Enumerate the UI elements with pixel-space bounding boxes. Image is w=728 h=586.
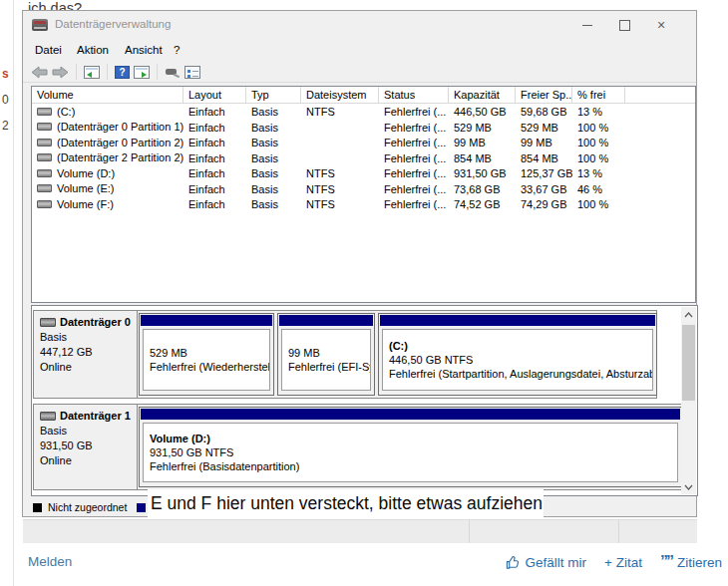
partition-d[interactable]: Volume (D:) 931,50 GB NTFS Fehlerfrei (B…: [139, 407, 682, 487]
table-row[interactable]: Volume (F:) Einfach Basis NTFS Fehlerfre…: [32, 196, 695, 212]
like-label: Gefällt mir: [526, 555, 587, 570]
cell-freier-sp: 74,29 GB: [516, 196, 572, 212]
titlebar[interactable]: Datenträgerverwaltung ×: [23, 11, 696, 41]
add-quote-button[interactable]: + Zitat: [604, 555, 642, 570]
cell-status: Fehlerfrei (...: [379, 150, 449, 166]
col-status[interactable]: Status: [379, 87, 449, 103]
cell-dateisystem: NTFS: [301, 196, 379, 212]
popup-menu-icon[interactable]: [165, 66, 181, 79]
disk-icon: [40, 318, 56, 327]
col-dateisystem[interactable]: Dateisystem: [301, 87, 379, 103]
unallocated-swatch: [33, 503, 42, 512]
table-row[interactable]: Volume (E:) Einfach Basis NTFS Fehlerfre…: [32, 181, 695, 197]
green-arrow-icon: [142, 72, 147, 78]
col-kapazitaet[interactable]: Kapazität: [449, 87, 516, 103]
console-window-icon[interactable]: [134, 66, 150, 79]
cell-status: Fehlerfrei (...: [379, 165, 449, 181]
scroll-down-icon[interactable]: [681, 479, 696, 494]
strip-divider: [618, 520, 619, 543]
cell-layout: Einfach: [183, 181, 246, 197]
cell-layout: Einfach: [183, 120, 246, 136]
menu-ansicht[interactable]: Ansicht: [125, 44, 163, 56]
cell-freier-sp: 33,67 GB: [516, 181, 572, 197]
toolbar-divider: [23, 82, 696, 83]
cell-freier-sp: 529 MB: [516, 120, 572, 136]
primary-partition-swatch: [137, 503, 146, 512]
cell-freier-sp: 59,68 GB: [516, 104, 572, 120]
strip-divider: [469, 520, 470, 543]
disk-0-info[interactable]: Datenträger 0 Basis 447,12 GB Online: [34, 311, 138, 398]
scroll-up-icon[interactable]: [681, 307, 696, 322]
close-button[interactable]: ×: [646, 13, 676, 37]
partition-color-band: [279, 315, 373, 326]
partition-status: Fehlerfrei (Startpartition, Auslagerungs…: [389, 367, 652, 381]
partition-recovery[interactable]: 529 MB Fehlerfrei (Wiederherstellu: [139, 313, 274, 396]
cell-frei-prozent: 100 %: [572, 120, 625, 136]
cell-typ: Basis: [246, 181, 301, 197]
forward-icon[interactable]: [52, 66, 69, 79]
volume-icon: [37, 139, 52, 146]
menu-aktion[interactable]: Aktion: [77, 44, 109, 56]
col-layout[interactable]: Layout: [183, 87, 246, 103]
cell-typ: Basis: [246, 150, 301, 166]
help-icon[interactable]: ?: [115, 66, 130, 79]
col-freier-sp[interactable]: Freier Sp...: [516, 87, 572, 103]
table-header: Volume Layout Typ Dateisystem Status Kap…: [32, 87, 695, 104]
console-tree-icon[interactable]: [84, 66, 100, 79]
graphical-view-pane: Datenträger 0 Basis 447,12 GB Online 529…: [31, 305, 698, 496]
cell-status: Fehlerfrei (...: [379, 104, 449, 120]
partition-size: 446,50 GB NTFS: [389, 353, 652, 367]
table-row[interactable]: (Datenträger 0 Partition 2) Einfach Basi…: [32, 135, 695, 150]
disk-1-info[interactable]: Datenträger 1 Basis 931,50 GB Online: [34, 405, 138, 489]
volume-icon: [37, 123, 52, 131]
annotation-overlay: E und F hier unten versteckt, bitte etwa…: [148, 489, 544, 517]
col-typ[interactable]: Typ: [246, 87, 301, 103]
partition-c[interactable]: (C:) 446,50 GB NTFS Fehlerfrei (Startpar…: [378, 313, 657, 396]
menu-bar: Datei Aktion Ansicht ?: [23, 41, 696, 60]
back-icon[interactable]: [31, 66, 48, 79]
table-row[interactable]: Volume (D:) Einfach Basis NTFS Fehlerfre…: [32, 165, 695, 181]
volume-name: (Datenträger 2 Partition 2): [57, 151, 183, 163]
volume-name: Volume (D:): [57, 167, 115, 179]
maximize-icon: [619, 20, 630, 31]
report-link[interactable]: Melden: [28, 554, 72, 569]
col-volume[interactable]: Volume: [32, 87, 183, 103]
properties-icon[interactable]: [184, 66, 200, 79]
menu-help[interactable]: ?: [174, 44, 180, 56]
table-row[interactable]: (Datenträger 0 Partition 1) Einfach Basi…: [32, 120, 695, 136]
margin-fragment-2: 2: [2, 119, 9, 133]
cell-dateisystem: [301, 135, 379, 150]
minimize-button[interactable]: [572, 13, 602, 37]
legend: Nicht zugeordnet: [33, 501, 146, 513]
cell-layout: Einfach: [183, 165, 246, 181]
partition-name: Volume (D:): [150, 432, 677, 445]
vertical-scrollbar[interactable]: [681, 307, 696, 494]
cell-typ: Basis: [246, 104, 301, 120]
menu-datei[interactable]: Datei: [35, 44, 62, 56]
post-bottom-strip: [23, 519, 697, 543]
col-frei-prozent[interactable]: % frei: [572, 87, 625, 103]
disk-status: Online: [40, 453, 137, 468]
margin-fragment-s: s: [2, 67, 9, 81]
partition-size: 529 MB: [150, 346, 269, 360]
table-row[interactable]: (Datenträger 2 Partition 2) Einfach Basi…: [32, 150, 695, 166]
partition-color-band: [141, 315, 272, 326]
toolbar: ?: [31, 62, 200, 82]
table-row[interactable]: (C:) Einfach Basis NTFS Fehlerfrei (... …: [32, 104, 695, 120]
scrollbar-thumb[interactable]: [682, 325, 695, 401]
thumbs-up-icon: [506, 555, 521, 570]
quote-button[interactable]: ”” Zitieren: [660, 554, 722, 570]
volume-name: Volume (E:): [57, 182, 114, 194]
volume-icon: [37, 169, 52, 177]
cell-status: Fehlerfrei (...: [379, 135, 449, 150]
partition-size: 931,50 GB NTFS: [150, 445, 677, 459]
maximize-button[interactable]: [609, 13, 639, 37]
partition-efi[interactable]: 99 MB Fehlerfrei (EFI-Sys: [277, 313, 375, 396]
volume-icon: [37, 184, 52, 192]
partition-name: (C:): [389, 339, 652, 353]
legend-unallocated-label: Nicht zugeordnet: [48, 501, 127, 513]
volume-name: Volume (F:): [57, 198, 114, 210]
disk-1-row: Datenträger 1 Basis 931,50 GB Online Vol…: [33, 404, 682, 490]
volume-name: (C:): [57, 106, 75, 118]
like-button[interactable]: Gefällt mir: [506, 555, 587, 570]
